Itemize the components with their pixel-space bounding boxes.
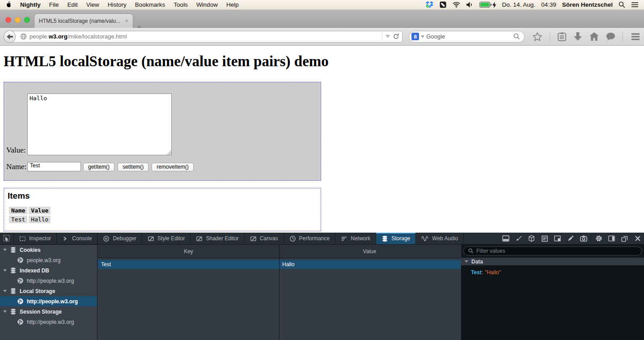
removeitem-button[interactable]: removeItem() [152, 163, 193, 171]
split-console-icon[interactable] [499, 233, 512, 245]
entry-separator: : [482, 269, 483, 276]
page-title: HTML5 localStorage (name/value item pair… [4, 53, 644, 70]
responsive-mode-icon[interactable] [551, 233, 564, 245]
column-divider[interactable] [279, 245, 280, 340]
menubar-clock[interactable]: 04:39 [541, 1, 556, 8]
menu-help[interactable]: Help [226, 1, 239, 8]
search-engine-icon[interactable]: 8 [411, 33, 419, 40]
column-header-value[interactable]: Value [279, 245, 460, 258]
getitem-button[interactable]: getItem() [83, 163, 114, 171]
setitem-button[interactable]: setItem() [118, 163, 148, 171]
home-icon[interactable] [589, 32, 599, 41]
menu-bookmarks[interactable]: Bookmarks [135, 1, 165, 8]
tree-item-indexed-db[interactable]: Indexed DB [0, 265, 97, 276]
menu-history[interactable]: History [108, 1, 127, 8]
globe-icon [20, 33, 27, 40]
zoom-window-button[interactable] [24, 17, 30, 23]
name-input[interactable]: Test [27, 162, 81, 171]
paintbrush-icon[interactable] [512, 233, 525, 245]
hamburger-icon[interactable] [631, 33, 640, 41]
tab-performance[interactable]: Performance [284, 233, 336, 244]
close-window-button[interactable] [5, 17, 11, 23]
chevron-down-icon[interactable] [3, 310, 7, 313]
camera-icon[interactable] [577, 233, 590, 245]
search-engine-dropdown-icon[interactable] [421, 35, 424, 38]
storage-table: Key Value Test Hallo [98, 245, 461, 340]
tree-item-session-storage[interactable]: Session Storage [0, 306, 97, 317]
chevron-down-icon[interactable] [3, 249, 7, 251]
dropbox-icon[interactable] [426, 1, 433, 8]
tree-item-indexed-db-host[interactable]: http://people.w3.org [0, 276, 97, 286]
tab-canvas[interactable]: Canvas [245, 233, 284, 244]
tab-debugger[interactable]: Debugger [97, 233, 142, 244]
filter-values-input[interactable]: Filter values [463, 246, 642, 255]
menubar-date[interactable]: Do. 14. Aug. [502, 1, 535, 8]
tree-item-local-storage-host[interactable]: http://people.w3.org [0, 296, 97, 306]
globe-icon [17, 257, 24, 264]
chat-bubble-icon[interactable] [606, 33, 615, 41]
chevron-down-icon[interactable] [3, 290, 7, 292]
spotlight-icon[interactable] [619, 1, 625, 8]
menu-edit[interactable]: Edit [68, 1, 78, 8]
tab-web-audio[interactable]: Web Audio [416, 233, 464, 244]
tree-item-session-storage-host[interactable]: http://people.w3.org [0, 317, 97, 327]
value-textarea[interactable]: Hallo [27, 94, 172, 155]
star-icon[interactable] [533, 32, 542, 41]
chevron-down-icon[interactable] [465, 260, 468, 263]
battery-charging-icon[interactable] [479, 2, 496, 8]
network-icon [341, 235, 347, 242]
tab-shader-editor[interactable]: Shader Editor [191, 233, 244, 244]
popout-icon[interactable] [618, 233, 631, 245]
box-3d-icon[interactable] [525, 233, 538, 245]
menu-app-name[interactable]: Nightly [20, 1, 41, 8]
url-dropdown-icon[interactable] [386, 35, 390, 38]
notification-center-icon[interactable] [631, 2, 639, 8]
globe-icon [17, 298, 24, 305]
clipboard-icon[interactable] [558, 32, 566, 41]
menu-file[interactable]: File [49, 1, 59, 8]
volume-icon[interactable] [466, 1, 474, 8]
minimize-window-button[interactable] [15, 17, 21, 23]
pick-element-button[interactable] [0, 233, 14, 244]
value-sidebar: Filter values Data Test:"Hallo" [461, 245, 644, 340]
name-label: Name: [6, 162, 26, 171]
tab-network[interactable]: Network [335, 233, 376, 244]
search-placeholder: Google [426, 33, 512, 40]
data-entries: Test:"Hallo" [461, 266, 644, 340]
tab-storage[interactable]: Storage [376, 233, 416, 244]
tree-item-cookies-host[interactable]: people.w3.org [0, 255, 97, 265]
scratchpad-icon[interactable] [538, 233, 551, 245]
reload-icon[interactable] [393, 33, 399, 40]
data-section-header[interactable]: Data [461, 257, 644, 266]
tab-inspector[interactable]: Inspector [14, 233, 57, 244]
table-row: Test Hallo [9, 216, 51, 223]
nav-action-icons [533, 32, 640, 42]
tree-item-cookies[interactable]: Cookies [0, 245, 97, 255]
tab-console[interactable]: Console [57, 233, 97, 244]
tree-item-local-storage[interactable]: Local Storage [0, 286, 97, 296]
column-header-key[interactable]: Key [98, 245, 279, 258]
back-button[interactable] [4, 30, 16, 43]
close-icon[interactable] [631, 233, 644, 245]
debugger-icon [103, 235, 110, 242]
eyedropper-icon[interactable] [564, 233, 577, 245]
download-icon[interactable] [574, 32, 582, 41]
wifi-icon[interactable] [453, 1, 460, 8]
phone-app-icon[interactable] [439, 1, 447, 8]
menubar-user[interactable]: Sören Hentzschel [562, 1, 613, 8]
sidebar-toggle-icon[interactable] [605, 233, 618, 245]
tab-close-icon[interactable]: × [125, 18, 128, 24]
tab-style-editor[interactable]: Style Editor [142, 233, 191, 244]
menu-view[interactable]: View [86, 1, 99, 8]
menu-tools[interactable]: Tools [174, 1, 188, 8]
search-icon[interactable] [513, 33, 520, 40]
gear-icon[interactable] [592, 233, 605, 245]
chevron-down-icon[interactable] [3, 269, 7, 272]
search-bar[interactable]: 8 Google [409, 31, 525, 42]
data-entry[interactable]: Test:"Hallo" [471, 269, 644, 276]
globe-icon [17, 319, 24, 325]
browser-tab[interactable]: HTML5 localStorage (name/valu... × [34, 13, 133, 28]
menu-window[interactable]: Window [196, 1, 218, 8]
apple-menu-icon[interactable] [5, 0, 12, 9]
url-bar[interactable]: people.w3.org/mike/localstorage.html [9, 31, 402, 42]
